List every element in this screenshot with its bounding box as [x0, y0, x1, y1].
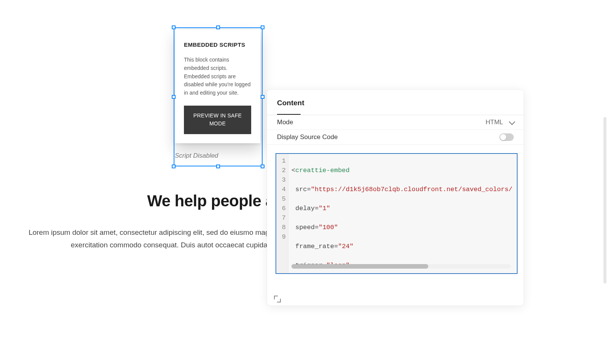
- fold-chevron-icon[interactable]: ˅: [276, 215, 277, 225]
- display-source-label: Display Source Code: [277, 133, 338, 141]
- embedded-scripts-card[interactable]: EMBEDDED SCRIPTS This block contains emb…: [175, 30, 260, 143]
- selection-handle-br[interactable]: [261, 165, 264, 168]
- line-number: 8: [276, 223, 286, 232]
- inspector-panel: Content Mode HTML Display Source Code 1 …: [267, 89, 524, 306]
- mode-row: Mode HTML: [267, 115, 524, 130]
- selection-handle-tl[interactable]: [172, 25, 176, 29]
- selection-handle-ml[interactable]: [172, 95, 176, 99]
- panel-tab-content[interactable]: Content: [267, 90, 524, 111]
- selection-handle-bl[interactable]: [172, 165, 176, 168]
- code-editor[interactable]: 1 2 3 4 5 6 ˅7 8 9 <creattie-embed src="…: [276, 153, 518, 274]
- selection-handle-tr[interactable]: [261, 25, 264, 29]
- line-number: 3: [276, 175, 286, 185]
- editor-horizontal-scrollbar[interactable]: [291, 264, 511, 269]
- mode-select[interactable]: HTML: [486, 119, 514, 126]
- selection-handle-tm[interactable]: [216, 25, 220, 29]
- line-number: 1: [276, 156, 286, 166]
- line-number: 2: [276, 166, 286, 175]
- scrollbar-thumb[interactable]: [291, 264, 428, 269]
- code-content[interactable]: <creattie-embed src="https://d1k5j68ob7c…: [288, 154, 517, 273]
- expand-editor-icon[interactable]: [274, 296, 281, 302]
- line-number: 9: [276, 232, 286, 242]
- line-number: 5: [276, 194, 286, 204]
- line-number: ˅7: [276, 213, 286, 223]
- embedded-scripts-description: This block contains embedded scripts. Em…: [184, 56, 251, 97]
- script-disabled-caption: Script Disabled: [175, 152, 218, 160]
- code-gutter: 1 2 3 4 5 6 ˅7 8 9: [276, 154, 288, 273]
- line-number: 4: [276, 185, 286, 194]
- mode-label: Mode: [277, 119, 293, 126]
- embedded-scripts-title: EMBEDDED SCRIPTS: [184, 40, 251, 49]
- selection-handle-bm[interactable]: [216, 165, 220, 168]
- selection-handle-mr[interactable]: [261, 95, 264, 99]
- panel-scrollbar[interactable]: [603, 117, 606, 283]
- display-source-row: Display Source Code: [267, 130, 524, 145]
- preview-safe-mode-button[interactable]: PREVIEW IN SAFE MODE: [184, 106, 251, 134]
- display-source-toggle[interactable]: [499, 133, 514, 141]
- line-number: 6: [276, 204, 286, 213]
- chevron-down-icon: [509, 119, 515, 125]
- mode-value: HTML: [486, 119, 503, 126]
